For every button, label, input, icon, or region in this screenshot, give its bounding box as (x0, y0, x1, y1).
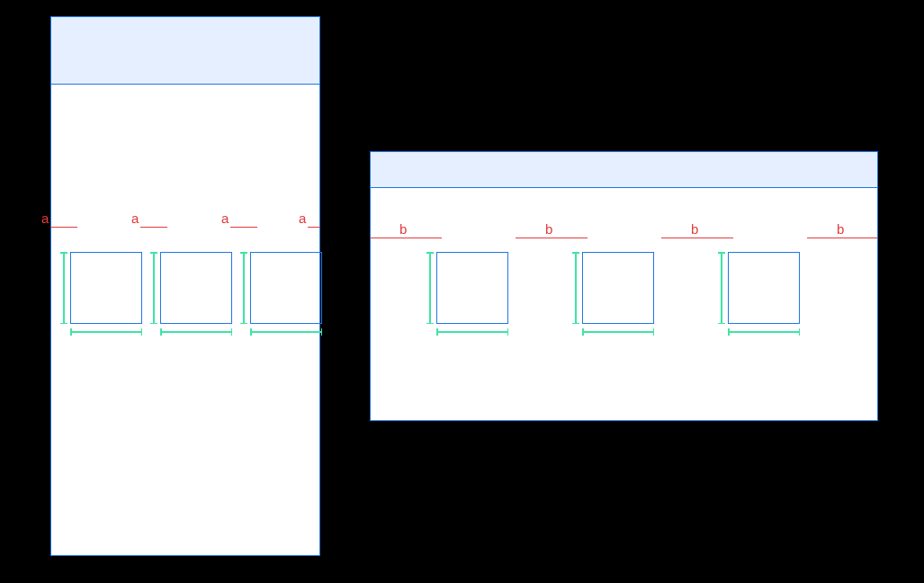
left-diagram-header (51, 17, 319, 85)
right-diagram-header (371, 152, 877, 188)
right-box-1 (436, 252, 508, 324)
left-box-1-measure-v (63, 252, 65, 324)
right-box-2-measure-v (575, 252, 577, 324)
left-box-3-measure-h (250, 331, 322, 333)
label-line-b-3 (661, 238, 733, 238)
left-box-2-measure-h (160, 331, 232, 333)
label-line-b-2 (516, 238, 588, 238)
label-b-1: b (399, 221, 407, 237)
left-box-3-measure-v (243, 252, 245, 324)
right-box-3-measure-h (728, 331, 800, 333)
right-box-2-measure-h (582, 331, 654, 333)
right-box-1-measure-v (429, 252, 431, 324)
left-box-3 (250, 252, 322, 324)
label-b-2: b (545, 221, 552, 237)
label-line-b-1 (370, 238, 442, 238)
left-box-1-measure-h (70, 331, 142, 333)
label-line-a-4 (308, 227, 320, 228)
left-box-2-measure-v (153, 252, 155, 324)
right-box-3-measure-v (721, 252, 722, 324)
label-a-2: a (131, 211, 139, 226)
label-line-a-3 (230, 227, 257, 228)
left-box-2 (160, 252, 232, 324)
right-box-1-measure-h (436, 331, 508, 333)
label-a-1: a (41, 211, 49, 226)
label-b-4: b (837, 221, 844, 237)
label-a-3: a (221, 211, 229, 226)
right-box-2 (582, 252, 654, 324)
label-b-3: b (691, 221, 698, 237)
label-a-4: a (299, 211, 306, 226)
label-line-a-2 (140, 227, 167, 228)
label-line-a-1 (50, 227, 77, 228)
right-box-3 (728, 252, 800, 324)
label-line-b-4 (807, 238, 878, 238)
left-box-1 (70, 252, 142, 324)
